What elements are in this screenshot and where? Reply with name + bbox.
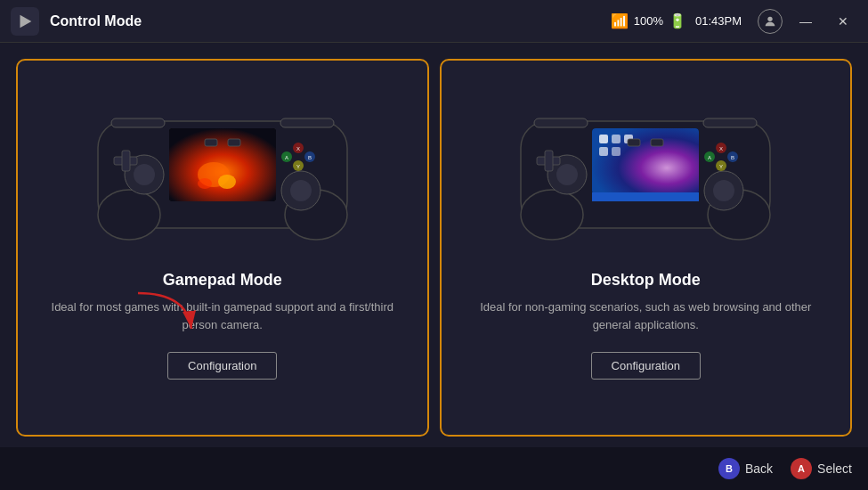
gamepad-mode-card[interactable]: A X B Y Gamep (16, 59, 429, 437)
svg-point-13 (290, 180, 312, 201)
svg-text:B: B (308, 155, 312, 160)
svg-point-30 (521, 190, 583, 240)
svg-rect-15 (122, 151, 130, 171)
svg-point-1 (767, 16, 772, 20)
svg-text:X: X (296, 146, 300, 151)
battery-icon: 🔋 (669, 12, 686, 29)
svg-rect-39 (612, 147, 621, 156)
svg-text:Y: Y (296, 164, 300, 169)
svg-marker-0 (20, 14, 32, 28)
svg-rect-34 (592, 192, 699, 201)
svg-text:Y: Y (719, 164, 723, 169)
titlebar: Control Mode 📶 100% 🔋 01:43PM — ✕ (0, 0, 868, 43)
svg-rect-55 (703, 118, 757, 127)
user-avatar[interactable] (758, 9, 783, 34)
gamepad-mode-title: Gamepad Mode (163, 271, 282, 290)
svg-rect-25 (280, 118, 334, 127)
svg-text:X: X (719, 146, 723, 151)
clock: 01:43PM (695, 14, 742, 28)
battery-percentage: 100% (634, 14, 663, 28)
svg-point-41 (556, 164, 578, 185)
close-button[interactable]: ✕ (829, 7, 857, 36)
select-button[interactable]: A Select (791, 458, 852, 479)
desktop-mode-description: Ideal for non-gaming scenarios, such as … (468, 298, 824, 334)
svg-rect-24 (111, 118, 165, 127)
svg-rect-45 (545, 151, 553, 171)
back-button[interactable]: B Back (718, 458, 773, 479)
svg-rect-54 (534, 118, 588, 127)
titlebar-right: 📶 100% 🔋 01:43PM — ✕ (611, 7, 857, 36)
gamepad-mode-description: Ideal for most games with built-in gamep… (45, 298, 401, 334)
svg-rect-35 (599, 135, 608, 143)
main-content: A X B Y Gamep (0, 43, 868, 490)
minimize-button[interactable]: — (791, 7, 820, 36)
svg-rect-38 (599, 147, 608, 156)
gamepad-config-button[interactable]: Configuration (167, 352, 277, 380)
wifi-icon: 📶 (611, 12, 629, 29)
desktop-mode-card[interactable]: A X B Y Desktop Mode Ideal for non-gamin… (440, 59, 853, 437)
select-label: Select (817, 461, 852, 476)
svg-text:B: B (731, 155, 734, 160)
svg-rect-27 (228, 139, 240, 146)
desktop-mode-title: Desktop Mode (591, 271, 701, 290)
svg-point-11 (134, 164, 155, 185)
gamepad-illustration: A X B Y (80, 77, 365, 255)
svg-rect-26 (205, 139, 217, 146)
svg-point-9 (198, 178, 212, 189)
arrow-indicator (134, 289, 205, 341)
page-title: Control Mode (50, 13, 611, 29)
bottombar: B Back A Select (0, 447, 868, 490)
svg-point-3 (98, 190, 160, 240)
status-icons: 📶 100% 🔋 01:43PM (611, 12, 742, 29)
app-logo (11, 7, 39, 36)
desktop-config-button[interactable]: Configuration (591, 352, 701, 380)
desktop-illustration: A X B Y (503, 77, 788, 255)
back-label: Back (745, 461, 773, 476)
svg-text:A: A (285, 155, 288, 160)
svg-rect-36 (612, 135, 621, 143)
svg-point-8 (218, 175, 236, 189)
back-key-icon: B (718, 458, 740, 479)
select-key-icon: A (791, 458, 812, 479)
svg-text:A: A (708, 155, 711, 160)
svg-rect-56 (628, 139, 640, 146)
svg-point-43 (713, 180, 734, 201)
svg-rect-57 (651, 139, 663, 146)
